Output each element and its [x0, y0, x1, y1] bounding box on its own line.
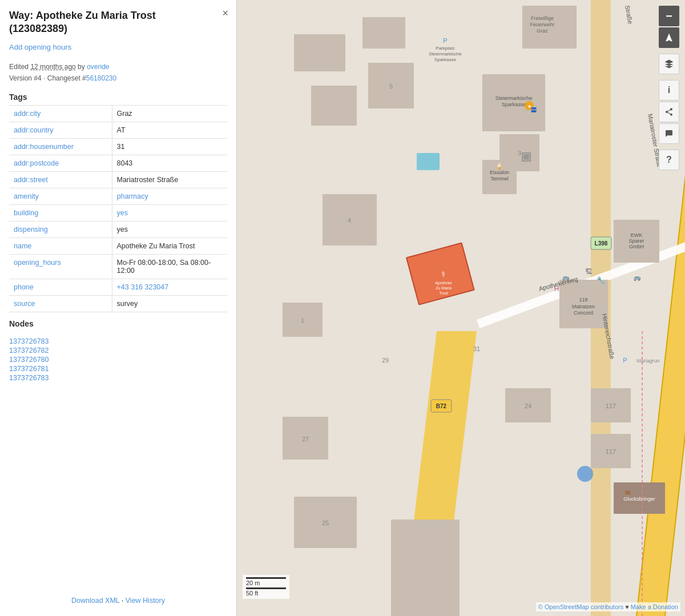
download-xml-link[interactable]: Download XML [71, 597, 119, 605]
donation-link[interactable]: Make a Donation [631, 603, 678, 610]
page-title: Way: Apotheke Zu Maria Trost (123082389) [9, 9, 227, 36]
svg-text:Graz: Graz [537, 28, 548, 34]
svg-text:Mariagrun: Mariagrun [636, 358, 660, 364]
panel-footer: Download XML · View History [0, 585, 236, 616]
share-button[interactable] [659, 102, 679, 122]
panel-header: Way: Apotheke Zu Maria Trost (123082389)… [0, 0, 236, 41]
svg-rect-8 [362, 17, 405, 49]
tag-key: opening_hours [9, 254, 112, 279]
zoom-controls: − [659, 6, 679, 48]
share-icon [664, 107, 674, 116]
svg-text:P: P [623, 357, 627, 364]
edited-label: Edited [9, 63, 29, 71]
svg-text:🏧: 🏧 [531, 107, 537, 112]
by-label: by [78, 63, 85, 71]
svg-text:Freiwillige: Freiwillige [531, 15, 554, 21]
tag-key: addr:postcode [9, 155, 112, 171]
tag-key: addr:country [9, 122, 112, 138]
version-text: Version #4 · Changeset # [9, 74, 86, 82]
osm-attribution-link[interactable]: © OpenStreetMap contributors [538, 603, 623, 610]
svg-text:5: 5 [389, 83, 393, 90]
tag-key: amenity [9, 188, 112, 204]
table-row: dispensingyes [9, 221, 227, 237]
svg-text:🏗: 🏗 [585, 268, 592, 276]
node-link[interactable]: 1373726783 [9, 374, 227, 382]
scale-bar: 20 m 50 ft [243, 575, 289, 599]
svg-text:Apotheke: Apotheke [435, 281, 452, 285]
version-info: Version #4 · Changeset #56180230 [0, 73, 236, 88]
detail-panel: Way: Apotheke Zu Maria Trost (123082389)… [0, 0, 237, 616]
tag-key: building [9, 204, 112, 221]
node-link[interactable]: 1373726783 [9, 337, 227, 345]
editor-link[interactable]: overide [87, 63, 109, 71]
map-area[interactable]: Freiwillige Feuerwehr Graz Steiermarkisc… [237, 0, 685, 616]
tag-value: AT [112, 122, 227, 138]
tag-key: phone [9, 279, 112, 295]
layers-button[interactable] [659, 54, 679, 74]
geolocate-icon [664, 33, 674, 43]
map-svg: Freiwillige Feuerwehr Graz Steiermarkisc… [237, 0, 685, 616]
svg-text:Concord: Concord [574, 310, 593, 316]
svg-point-70 [577, 466, 593, 482]
scale-line: 20 m [246, 577, 286, 586]
svg-text:Feuerwehr: Feuerwehr [530, 22, 554, 27]
view-history-link[interactable]: View History [126, 597, 165, 605]
tag-key: dispensing [9, 221, 112, 237]
scale-line-ft: 50 ft [246, 587, 286, 597]
table-row: amenitypharmacy [9, 188, 227, 204]
node-link[interactable]: 1373726781 [9, 365, 227, 373]
help-controls: ? [659, 150, 679, 170]
comment-button[interactable] [659, 123, 679, 144]
svg-text:117: 117 [606, 448, 616, 455]
node-link[interactable]: 1373726782 [9, 347, 227, 355]
svg-text:✉: ✉ [625, 489, 630, 496]
svg-text:Steiermarkische: Steiermarkische [495, 95, 533, 101]
svg-text:Sparkasse: Sparkasse [434, 57, 456, 62]
close-button[interactable]: × [222, 8, 228, 18]
info-button[interactable]: i [659, 80, 679, 100]
table-row: addr:streetMariatroster Straße [9, 171, 227, 188]
info-controls: i [659, 80, 679, 144]
tag-value: Mo-Fr 08:00-18:00, Sa 08:00-12:00 [112, 254, 227, 279]
tag-value: survey [112, 295, 227, 312]
tag-value: Mariatroster Straße [112, 171, 227, 188]
svg-text:Trost: Trost [439, 291, 448, 295]
footer-separator: · [119, 597, 125, 605]
changeset-link[interactable]: 56180230 [86, 74, 116, 82]
svg-text:L398: L398 [595, 240, 608, 247]
map-controls: − i [659, 6, 679, 175]
table-row: nameApotheke Zu Maria Trost [9, 237, 227, 254]
svg-text:Matratzen: Matratzen [572, 304, 595, 309]
tag-value: +43 316 323047 [112, 279, 227, 295]
svg-rect-82 [523, 154, 529, 160]
layers-icon [664, 59, 674, 69]
svg-rect-53 [417, 153, 440, 170]
scale-20m: 20 m [246, 579, 260, 586]
svg-text:117: 117 [606, 402, 616, 409]
table-row: addr:countryAT [9, 122, 227, 138]
help-button[interactable]: ? [659, 150, 679, 170]
svg-text:1: 1 [301, 317, 304, 324]
table-row: buildingyes [9, 204, 227, 221]
tag-value: Graz [112, 105, 227, 122]
svg-text:GmbH: GmbH [629, 244, 644, 249]
tag-value: Apotheke Zu Maria Trost [112, 237, 227, 254]
table-row: addr:postcode8043 [9, 155, 227, 171]
svg-text:25: 25 [322, 520, 329, 526]
tag-value: 31 [112, 138, 227, 155]
nodes-section-title: Nodes [9, 319, 227, 332]
tags-section-title: Tags [0, 88, 236, 105]
svg-text:3: 3 [518, 150, 521, 156]
table-row: phone+43 316 323047 [9, 279, 227, 295]
map-attribution: © OpenStreetMap contributors ♥ Make a Do… [536, 602, 680, 611]
zoom-out-button[interactable]: − [659, 6, 679, 26]
svg-text:EWK: EWK [631, 232, 643, 238]
add-opening-hours-button[interactable]: Add opening hours [9, 43, 227, 51]
svg-text:Eissalon: Eissalon [490, 170, 509, 175]
svg-text:⚕: ⚕ [441, 269, 446, 279]
tag-key: name [9, 237, 112, 254]
tag-key: source [9, 295, 112, 312]
geolocate-button[interactable] [659, 27, 679, 48]
node-link[interactable]: 1373726780 [9, 356, 227, 364]
tag-value: 8043 [112, 155, 227, 171]
